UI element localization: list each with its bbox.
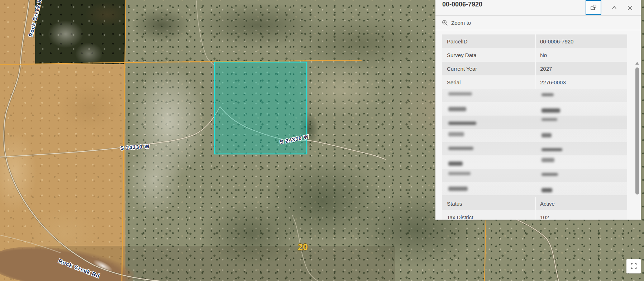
redacted-smudge [542,158,554,162]
section-number-label: 20 [298,242,308,252]
popup-panel: 00-0006-7920 [435,0,641,220]
fullscreen-icon [630,263,637,270]
table-row: Tax District102 [442,210,627,220]
row-value: 2027 [535,62,627,75]
road-rock-creek [0,0,159,281]
collapse-button[interactable] [606,1,622,15]
table-row: ParcelID00-0006-7920 [442,34,627,48]
fullscreen-button[interactable] [626,259,641,273]
redacted-smudge [448,187,468,191]
redacted-smudge [542,93,554,96]
redacted-row [442,169,627,182]
redacted-smudge [542,108,560,113]
redacted-row [442,182,627,195]
road-label: Rock Creek Rd [58,258,101,279]
redacted-row [442,155,627,169]
redacted-row [442,102,627,116]
redacted-row [442,142,627,155]
close-button[interactable] [622,1,638,15]
redacted-row [442,129,627,142]
row-value: Active [535,197,627,210]
redacted-smudge [448,122,476,125]
row-label: Survey Data [442,48,535,62]
scrollbar-thumb[interactable] [635,67,639,195]
panel-scrollbar[interactable] [635,62,640,220]
redacted-smudge [542,118,557,121]
row-value: 2276-0003 [535,75,627,89]
redacted-row [442,89,627,102]
table-row: Serial2276-0003 [442,75,627,89]
table-row: Current Year2027 [442,62,627,75]
row-label: Status [442,197,535,210]
attribute-table: ParcelID00-0006-7920Survey DataNoCurrent… [435,30,641,220]
app-window: Rock Creek R S 24330 W S 24330 W Rock Cr… [0,0,644,281]
redacted-smudge [542,148,562,151]
popup-title: 00-0006-7920 [442,0,586,8]
redacted-smudge [448,147,473,150]
dock-button[interactable] [586,0,601,15]
road-s-24330-w [0,107,385,159]
magnifier-plus-icon [442,20,448,26]
dock-icon [590,4,597,11]
row-value: 00-0006-7920 [535,34,627,48]
redacted-smudge [542,188,552,192]
redacted-smudge [448,161,463,166]
redacted-smudge [448,172,471,175]
row-label: ParcelID [442,34,535,48]
redacted-smudge [448,107,466,111]
popup-header: 00-0006-7920 [435,0,641,16]
redacted-smudge [542,173,558,176]
road-label: S 24330 W [120,143,150,151]
table-row: StatusActive [442,197,627,210]
redacted-row [442,116,627,129]
redacted-smudge [542,133,552,137]
zoom-to-action[interactable]: Zoom to [435,16,641,30]
row-label: Current Year [442,62,535,75]
row-label: Serial [442,75,535,89]
table-row: Survey DataNo [442,48,627,62]
redacted-smudge [448,92,472,95]
redacted-smudge [448,132,464,136]
close-icon [627,5,633,11]
zoom-to-label: Zoom to [451,20,471,26]
row-label: Tax District [442,210,535,220]
row-value: No [535,48,627,62]
chevron-up-icon [611,5,617,11]
scroll-up-arrow-icon[interactable] [635,62,639,65]
redacted-rows-section [442,89,627,197]
row-value: 102 [535,210,627,220]
road-label: Rock Creek R [28,0,43,37]
